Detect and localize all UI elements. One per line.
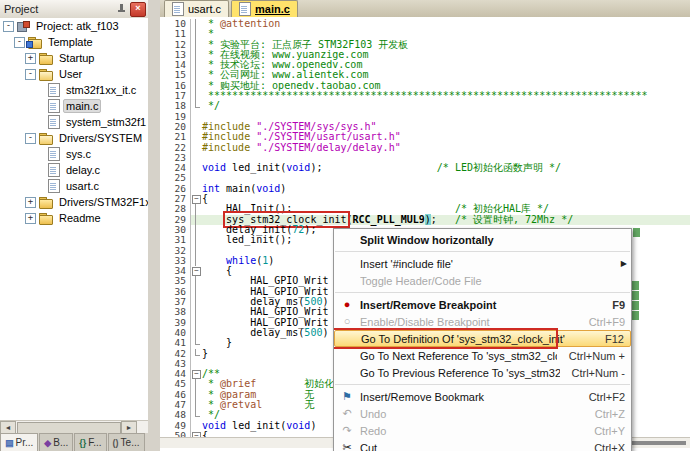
menu-item-label: Redo xyxy=(360,425,582,437)
expand-icon[interactable]: + xyxy=(25,213,36,224)
undo-icon: ↶ xyxy=(339,406,355,421)
menu-item-insert-remove-breakpoint[interactable]: ●Insert/Remove BreakpointF9 xyxy=(334,296,631,313)
menu-item-cut[interactable]: ✂CutCtrl+X xyxy=(334,439,631,451)
tree-item-drivers-system[interactable]: -Drivers/SYSTEM xyxy=(0,130,148,146)
fold-column xyxy=(191,132,202,142)
panel-horizontal-scrollbar[interactable]: ◄ ► xyxy=(0,420,148,434)
menu-item-go-to-previous-reference-to-sys-stm32-clock-init[interactable]: Go To Previous Reference To 'sys_stm32_c… xyxy=(334,364,631,381)
panel-tab-pr[interactable]: ▤Pr... xyxy=(0,433,38,451)
close-icon[interactable]: × xyxy=(130,2,146,17)
code-text: ****************************************… xyxy=(202,91,690,101)
target-icon xyxy=(17,21,30,32)
menu-item-insert-include-file[interactable]: Insert '#include file'▶ xyxy=(334,255,631,272)
expand-icon[interactable]: + xyxy=(25,53,36,64)
file-icon xyxy=(172,2,184,16)
menu-item-shortcut: Ctrl+F2 xyxy=(589,391,625,403)
books-tab-icon: ◆ xyxy=(44,438,51,448)
menu-item-label: Insert/Remove Breakpoint xyxy=(360,299,600,311)
code-text: * @attention xyxy=(202,19,690,29)
file-icon xyxy=(48,99,60,113)
collapse-icon[interactable]: - xyxy=(3,21,14,32)
code-line-10[interactable]: 10 * @attention xyxy=(160,19,690,29)
menu-item-enable-disable-breakpoint[interactable]: ○Enable/Disable BreakpointCtrl+F9 xyxy=(334,313,631,330)
expand-icon[interactable]: + xyxy=(25,197,36,208)
tree-item-project-atk-f103[interactable]: -Project: atk_f103 xyxy=(0,18,148,34)
tree-item-label: Template xyxy=(45,36,96,48)
fold-marker-icon xyxy=(191,328,202,338)
fold-marker-icon xyxy=(191,29,202,39)
fold-column xyxy=(191,173,202,183)
tree-item-delay-c[interactable]: delay.c xyxy=(0,162,148,178)
menu-item-go-to-next-reference-to-sys-stm32-clock-init[interactable]: Go To Next Reference To 'sys_stm32_clock… xyxy=(334,347,631,364)
menu-item-split-window-horizontally[interactable]: Split Window horizontally xyxy=(334,231,631,248)
code-line-24[interactable]: 24void led_init(void); /* LED初始化函数声明 */ xyxy=(160,163,690,173)
tree-item-label: Readme xyxy=(56,212,104,224)
fold-marker-icon xyxy=(191,91,202,101)
tree-item-system-stm32f1[interactable]: system_stm32f1 xyxy=(0,114,148,130)
editor-tab-usart-c[interactable]: usart.c xyxy=(164,0,229,17)
project-tab-icon: ▤ xyxy=(5,438,14,448)
clipped-code-fragment xyxy=(632,291,639,300)
code-line-17[interactable]: 17 *************************************… xyxy=(160,91,690,101)
menu-item-label: Insert '#include file' xyxy=(360,258,625,270)
pin-icon[interactable] xyxy=(116,3,127,15)
tree-item-sys-c[interactable]: sys.c xyxy=(0,146,148,162)
code-line-18[interactable]: 18 */ xyxy=(160,101,690,111)
fold-marker-icon[interactable] xyxy=(191,194,202,204)
menu-separator xyxy=(335,292,630,293)
collapse-icon[interactable]: - xyxy=(25,69,36,80)
project-panel: Project × -Project: atk_f103-Template+St… xyxy=(0,0,148,451)
menu-item-toggle-header-code-file[interactable]: Toggle Header/Code File xyxy=(334,272,631,289)
fold-marker-icon xyxy=(191,256,202,266)
fold-marker-icon xyxy=(191,297,202,307)
tree-item-drivers-stm32f1xx[interactable]: +Drivers/STM32F1xx_ xyxy=(0,194,148,210)
menu-item-shortcut: Ctrl+Y xyxy=(594,425,625,437)
folder-icon xyxy=(39,197,53,208)
file-icon xyxy=(48,163,60,177)
tree-item-readme[interactable]: +Readme xyxy=(0,210,148,226)
menu-item-shortcut: Ctrl+Num + xyxy=(569,350,625,362)
file-icon xyxy=(48,179,60,193)
scrollbar-thumb[interactable] xyxy=(17,422,121,434)
tree-item-user[interactable]: -User xyxy=(0,66,148,82)
fold-column xyxy=(191,153,202,163)
fold-marker-icon xyxy=(191,318,202,328)
tree-item-stm32f1xx-it-c[interactable]: stm32f1xx_it.c xyxy=(0,82,148,98)
menu-item-insert-remove-bookmark[interactable]: ⚑Insert/Remove BookmarkCtrl+F2 xyxy=(334,388,631,405)
menu-item-label: Toggle Header/Code File xyxy=(360,275,625,287)
file-icon xyxy=(239,2,251,16)
panel-splitter[interactable] xyxy=(148,0,160,451)
tree-item-main-c[interactable]: main.c xyxy=(0,98,148,114)
panel-tab-te[interactable]: ()Te... xyxy=(108,433,145,451)
tree-item-template[interactable]: -Template xyxy=(0,34,148,50)
menu-item-label: Split Window horizontally xyxy=(360,234,625,246)
fold-marker-icon xyxy=(191,50,202,60)
fold-marker-icon xyxy=(191,349,202,359)
fold-marker-icon[interactable] xyxy=(191,266,202,276)
file-icon xyxy=(48,115,60,129)
tree-item-usart-c[interactable]: usart.c xyxy=(0,178,148,194)
tree-item-label: Drivers/STM32F1xx_ xyxy=(56,196,149,208)
menu-item-redo[interactable]: ↷RedoCtrl+Y xyxy=(334,422,631,439)
tree-item-label: Project: atk_f103 xyxy=(33,20,122,32)
fold-marker-icon xyxy=(191,19,202,29)
code-line-22[interactable]: 22#include "./SYSTEM/delay/delay.h" xyxy=(160,143,690,153)
menu-item-go-to-definition-of-sys-stm32-clock-init[interactable]: Go To Definition Of 'sys_stm32_clock_ini… xyxy=(334,330,631,347)
project-tree: -Project: atk_f103-Template+Startup-User… xyxy=(0,18,149,420)
panel-tab-label: F... xyxy=(88,437,101,448)
clipped-code-fragment xyxy=(632,281,639,290)
collapse-icon[interactable]: - xyxy=(14,37,25,48)
menu-item-undo[interactable]: ↶UndoCtrl+Z xyxy=(334,405,631,422)
tree-item-startup[interactable]: +Startup xyxy=(0,50,148,66)
code-line-26[interactable]: 26int main(void) xyxy=(160,184,690,194)
fold-marker-icon[interactable] xyxy=(191,369,202,379)
collapse-icon[interactable]: - xyxy=(25,133,36,144)
menu-item-shortcut: F9 xyxy=(612,299,625,311)
fold-marker-icon xyxy=(191,215,202,225)
panel-tab-b[interactable]: ◆B... xyxy=(39,433,73,451)
fold-column xyxy=(191,143,202,153)
menu-item-label: Cut xyxy=(360,442,582,451)
tree-item-label: User xyxy=(56,68,85,80)
panel-tab-f[interactable]: {}F... xyxy=(74,433,106,451)
editor-tab-main-c[interactable]: main.c xyxy=(231,0,298,17)
